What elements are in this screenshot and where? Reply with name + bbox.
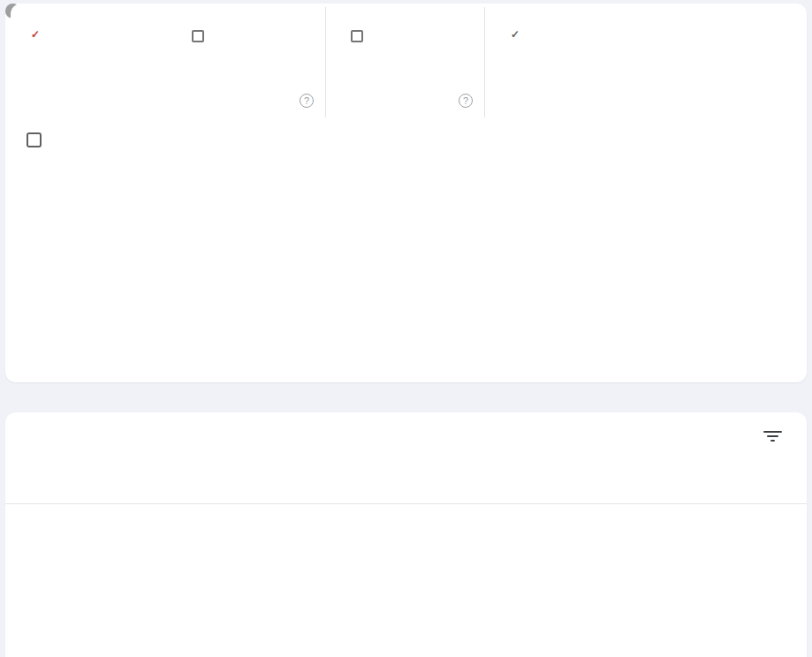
- status-card-excluded[interactable]: ?: [485, 4, 644, 120]
- filter-list-icon[interactable]: [762, 427, 783, 445]
- coverage-summary-panel: ? ? ? ?: [5, 4, 807, 382]
- search-console-coverage-report: ? ? ? ?: [0, 0, 812, 657]
- question-mark-icon[interactable]: ?: [300, 94, 314, 108]
- status-card-error[interactable]: ?: [11, 4, 167, 121]
- details-panel: [5, 412, 807, 657]
- valid-checkbox-unchecked[interactable]: [351, 30, 363, 42]
- question-mark-icon[interactable]: ?: [618, 96, 633, 110]
- header-divider: [5, 503, 807, 504]
- excluded-checkbox-checked[interactable]: [510, 29, 522, 42]
- status-card-valid[interactable]: ?: [326, 7, 485, 117]
- impressions-checkbox[interactable]: [27, 132, 53, 147]
- chart-bars: [56, 193, 783, 325]
- question-mark-icon[interactable]: ?: [459, 94, 473, 108]
- error-checkbox-checked[interactable]: [30, 29, 42, 42]
- status-card-valid-with-warnings[interactable]: ?: [167, 7, 326, 117]
- checkbox-unchecked-icon[interactable]: [27, 132, 42, 147]
- table-header-row: [5, 476, 807, 503]
- valid-warnings-checkbox-unchecked[interactable]: [192, 30, 204, 42]
- question-mark-icon[interactable]: ?: [141, 97, 156, 111]
